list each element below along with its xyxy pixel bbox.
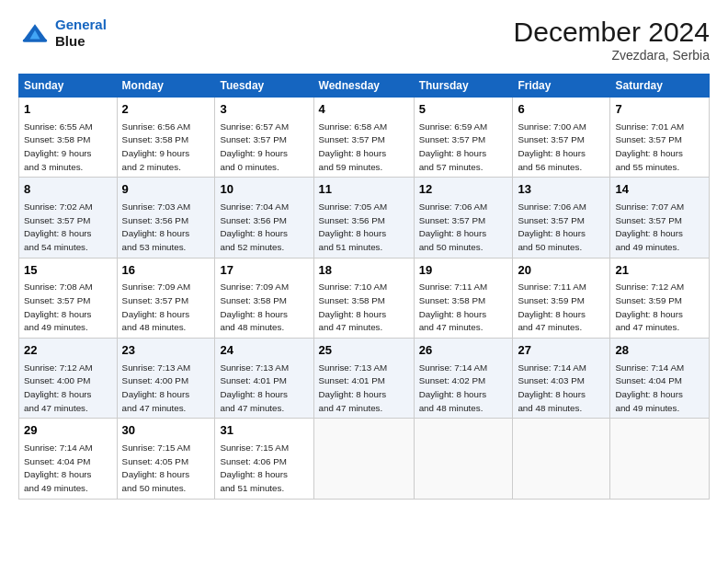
- calendar-cell: 11 Sunrise: 7:05 AMSunset: 3:56 PMDaylig…: [313, 178, 414, 258]
- day-info: Sunrise: 7:08 AMSunset: 3:57 PMDaylight:…: [24, 282, 93, 332]
- weekday-header-tuesday: Tuesday: [215, 75, 313, 98]
- svg-rect-3: [23, 40, 47, 42]
- day-info: Sunrise: 7:13 AMSunset: 4:01 PMDaylight:…: [220, 362, 289, 413]
- logo: General Blue: [18, 17, 107, 50]
- calendar-cell: [610, 419, 710, 499]
- day-info: Sunrise: 7:00 AMSunset: 3:57 PMDaylight:…: [518, 121, 586, 172]
- calendar-cell: 30 Sunrise: 7:15 AMSunset: 4:05 PMDaylig…: [117, 419, 215, 499]
- calendar-cell: 3 Sunrise: 6:57 AMSunset: 3:57 PMDayligh…: [215, 98, 313, 178]
- day-number: 11: [319, 181, 409, 198]
- day-number: 25: [319, 342, 409, 359]
- day-number: 3: [220, 101, 308, 118]
- day-number: 1: [24, 101, 112, 118]
- calendar-cell: 14 Sunrise: 7:07 AMSunset: 3:57 PMDaylig…: [610, 178, 710, 258]
- calendar-cell: 21 Sunrise: 7:12 AMSunset: 3:59 PMDaylig…: [610, 258, 710, 338]
- day-info: Sunrise: 7:04 AMSunset: 3:56 PMDaylight:…: [220, 201, 289, 252]
- calendar-cell: [313, 419, 414, 499]
- day-number: 10: [220, 181, 308, 198]
- weekday-header-sunday: Sunday: [19, 75, 118, 98]
- day-number: 26: [419, 342, 508, 359]
- month-title: December 2024: [514, 17, 710, 48]
- day-info: Sunrise: 6:59 AMSunset: 3:57 PMDaylight:…: [419, 121, 488, 172]
- header: General Blue December 2024 Zvezdara, Ser…: [18, 17, 710, 63]
- day-info: Sunrise: 7:09 AMSunset: 3:58 PMDaylight:…: [220, 282, 289, 332]
- day-number: 27: [518, 342, 605, 359]
- calendar-cell: 22 Sunrise: 7:12 AMSunset: 4:00 PMDaylig…: [19, 339, 118, 419]
- day-info: Sunrise: 7:14 AMSunset: 4:04 PMDaylight:…: [615, 362, 684, 413]
- day-number: 17: [220, 262, 308, 279]
- day-info: Sunrise: 7:11 AMSunset: 3:58 PMDaylight:…: [419, 282, 488, 332]
- day-info: Sunrise: 6:56 AMSunset: 3:58 PMDaylight:…: [122, 121, 191, 172]
- calendar-cell: 26 Sunrise: 7:14 AMSunset: 4:02 PMDaylig…: [414, 339, 513, 419]
- day-number: 5: [419, 101, 508, 118]
- calendar-cell: 31 Sunrise: 7:15 AMSunset: 4:06 PMDaylig…: [215, 419, 313, 499]
- calendar-cell: 10 Sunrise: 7:04 AMSunset: 3:56 PMDaylig…: [215, 178, 313, 258]
- weekday-header-thursday: Thursday: [414, 75, 513, 98]
- calendar-cell: 27 Sunrise: 7:14 AMSunset: 4:03 PMDaylig…: [513, 339, 610, 419]
- day-number: 15: [24, 262, 112, 279]
- calendar-cell: 7 Sunrise: 7:01 AMSunset: 3:57 PMDayligh…: [610, 98, 710, 178]
- day-number: 6: [518, 101, 605, 118]
- day-number: 24: [220, 342, 308, 359]
- day-number: 2: [122, 101, 210, 118]
- calendar-cell: 5 Sunrise: 6:59 AMSunset: 3:57 PMDayligh…: [414, 98, 513, 178]
- calendar-week-4: 22 Sunrise: 7:12 AMSunset: 4:00 PMDaylig…: [19, 339, 710, 419]
- calendar-cell: 25 Sunrise: 7:13 AMSunset: 4:01 PMDaylig…: [313, 339, 414, 419]
- calendar-cell: [414, 419, 513, 499]
- calendar-cell: 17 Sunrise: 7:09 AMSunset: 3:58 PMDaylig…: [215, 258, 313, 338]
- day-info: Sunrise: 7:13 AMSunset: 4:01 PMDaylight:…: [319, 362, 388, 413]
- calendar-cell: 28 Sunrise: 7:14 AMSunset: 4:04 PMDaylig…: [610, 339, 710, 419]
- calendar-cell: 18 Sunrise: 7:10 AMSunset: 3:58 PMDaylig…: [313, 258, 414, 338]
- calendar-cell: 24 Sunrise: 7:13 AMSunset: 4:01 PMDaylig…: [215, 339, 313, 419]
- day-number: 8: [24, 181, 112, 198]
- location: Zvezdara, Serbia: [514, 48, 710, 63]
- day-info: Sunrise: 7:13 AMSunset: 4:00 PMDaylight:…: [122, 362, 191, 413]
- calendar-cell: 8 Sunrise: 7:02 AMSunset: 3:57 PMDayligh…: [19, 178, 118, 258]
- day-info: Sunrise: 7:02 AMSunset: 3:57 PMDaylight:…: [24, 201, 93, 252]
- day-number: 22: [24, 342, 112, 359]
- day-number: 31: [220, 422, 308, 439]
- day-info: Sunrise: 7:15 AMSunset: 4:06 PMDaylight:…: [220, 442, 289, 493]
- day-number: 9: [122, 181, 210, 198]
- day-number: 28: [615, 342, 704, 359]
- day-number: 30: [122, 422, 210, 439]
- day-info: Sunrise: 7:06 AMSunset: 3:57 PMDaylight:…: [419, 201, 488, 252]
- day-number: 16: [122, 262, 210, 279]
- calendar-cell: 23 Sunrise: 7:13 AMSunset: 4:00 PMDaylig…: [117, 339, 215, 419]
- day-info: Sunrise: 7:12 AMSunset: 4:00 PMDaylight:…: [24, 362, 93, 413]
- day-info: Sunrise: 7:05 AMSunset: 3:56 PMDaylight:…: [319, 201, 388, 252]
- calendar-cell: 1 Sunrise: 6:55 AMSunset: 3:58 PMDayligh…: [19, 98, 118, 178]
- day-number: 18: [319, 262, 409, 279]
- calendar-cell: 16 Sunrise: 7:09 AMSunset: 3:57 PMDaylig…: [117, 258, 215, 338]
- day-number: 21: [615, 262, 704, 279]
- weekday-header-friday: Friday: [513, 75, 610, 98]
- calendar-cell: 29 Sunrise: 7:14 AMSunset: 4:04 PMDaylig…: [19, 419, 118, 499]
- calendar-cell: 6 Sunrise: 7:00 AMSunset: 3:57 PMDayligh…: [513, 98, 610, 178]
- title-block: December 2024 Zvezdara, Serbia: [514, 17, 710, 63]
- day-info: Sunrise: 7:14 AMSunset: 4:03 PMDaylight:…: [518, 362, 586, 413]
- calendar-cell: 9 Sunrise: 7:03 AMSunset: 3:56 PMDayligh…: [117, 178, 215, 258]
- day-info: Sunrise: 7:12 AMSunset: 3:59 PMDaylight:…: [615, 282, 684, 332]
- calendar-cell: 13 Sunrise: 7:06 AMSunset: 3:57 PMDaylig…: [513, 178, 610, 258]
- day-number: 19: [419, 262, 508, 279]
- calendar-cell: [513, 419, 610, 499]
- day-info: Sunrise: 7:09 AMSunset: 3:57 PMDaylight:…: [122, 282, 191, 332]
- day-number: 13: [518, 181, 605, 198]
- day-info: Sunrise: 7:07 AMSunset: 3:57 PMDaylight:…: [615, 201, 684, 252]
- day-number: 20: [518, 262, 605, 279]
- weekday-header-row: SundayMondayTuesdayWednesdayThursdayFrid…: [19, 75, 710, 98]
- day-info: Sunrise: 7:15 AMSunset: 4:05 PMDaylight:…: [122, 442, 191, 493]
- calendar-cell: 2 Sunrise: 6:56 AMSunset: 3:58 PMDayligh…: [117, 98, 215, 178]
- day-info: Sunrise: 6:55 AMSunset: 3:58 PMDaylight:…: [24, 121, 93, 172]
- logo-text: General Blue: [55, 17, 107, 50]
- day-info: Sunrise: 7:06 AMSunset: 3:57 PMDaylight:…: [518, 201, 586, 252]
- day-info: Sunrise: 7:01 AMSunset: 3:57 PMDaylight:…: [615, 121, 684, 172]
- calendar-cell: 12 Sunrise: 7:06 AMSunset: 3:57 PMDaylig…: [414, 178, 513, 258]
- calendar-cell: 20 Sunrise: 7:11 AMSunset: 3:59 PMDaylig…: [513, 258, 610, 338]
- day-number: 12: [419, 181, 508, 198]
- calendar-week-2: 8 Sunrise: 7:02 AMSunset: 3:57 PMDayligh…: [19, 178, 710, 258]
- weekday-header-monday: Monday: [117, 75, 215, 98]
- calendar-cell: 15 Sunrise: 7:08 AMSunset: 3:57 PMDaylig…: [19, 258, 118, 338]
- calendar-week-5: 29 Sunrise: 7:14 AMSunset: 4:04 PMDaylig…: [19, 419, 710, 499]
- day-info: Sunrise: 7:11 AMSunset: 3:59 PMDaylight:…: [518, 282, 586, 332]
